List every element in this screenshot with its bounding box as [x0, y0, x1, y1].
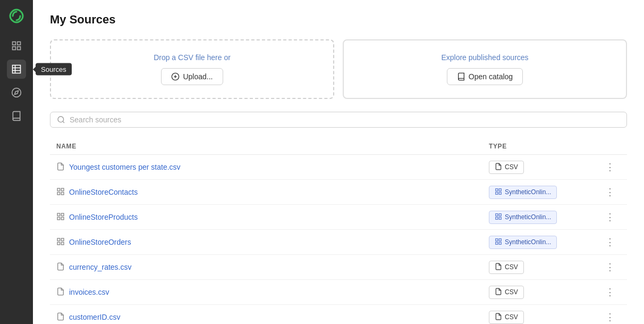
- type-icon-1: [495, 188, 502, 197]
- row-menu-button-1[interactable]: ⋮: [603, 185, 617, 199]
- catalog-hint: Explore published sources: [441, 53, 528, 62]
- svg-rect-34: [496, 242, 498, 244]
- upload-button-label: Upload...: [183, 72, 213, 81]
- row-actions-2: ⋮: [599, 210, 621, 224]
- svg-rect-13: [61, 188, 64, 191]
- source-type-2: SyntheticOnlin...: [489, 211, 595, 224]
- row-menu-button-3[interactable]: ⋮: [603, 235, 617, 249]
- svg-rect-1: [13, 42, 16, 45]
- svg-rect-25: [499, 213, 501, 215]
- type-icon-0: [495, 163, 502, 172]
- svg-rect-24: [496, 213, 498, 215]
- type-icon-6: [495, 313, 502, 322]
- row-menu-button-4[interactable]: ⋮: [603, 260, 617, 274]
- source-name-5[interactable]: invoices.csv: [56, 287, 485, 297]
- svg-rect-22: [57, 217, 60, 220]
- svg-rect-31: [61, 242, 64, 245]
- row-icon-5: [56, 287, 65, 297]
- table-row: OnlineStoreOrders SyntheticOnlin... ⋮: [50, 230, 627, 255]
- svg-rect-27: [499, 217, 501, 219]
- row-icon-1: [56, 187, 65, 197]
- search-input[interactable]: [70, 115, 620, 124]
- svg-rect-30: [57, 242, 60, 245]
- sidebar-item-explore[interactable]: [7, 83, 26, 102]
- svg-rect-35: [499, 242, 501, 244]
- svg-point-10: [58, 117, 64, 122]
- svg-rect-12: [57, 188, 60, 191]
- col-type: TYPE: [489, 143, 595, 150]
- search-icon: [57, 115, 65, 124]
- source-type-4: CSV: [489, 261, 595, 274]
- svg-point-5: [12, 88, 21, 97]
- source-type-5: CSV: [489, 286, 595, 299]
- action-cards: Drop a CSV file here or Upload... Explor…: [50, 39, 627, 99]
- type-icon-5: [495, 288, 502, 297]
- source-type-6: CSV: [489, 311, 595, 324]
- type-icon-2: [495, 213, 502, 222]
- table-row: customerID.csv CSV ⋮: [50, 305, 627, 324]
- svg-rect-15: [61, 192, 64, 195]
- svg-rect-16: [496, 188, 498, 190]
- sources-table: NAME TYPE Youngest customers per state.c…: [50, 138, 627, 324]
- svg-rect-19: [499, 192, 501, 194]
- row-actions-5: ⋮: [599, 285, 621, 299]
- svg-rect-20: [57, 213, 60, 216]
- svg-rect-32: [496, 238, 498, 240]
- type-icon-3: [495, 238, 502, 247]
- svg-rect-3: [13, 47, 16, 50]
- page-title: My Sources: [50, 13, 627, 27]
- svg-rect-33: [499, 238, 501, 240]
- sidebar-item-grid[interactable]: [7, 36, 26, 55]
- table-body: Youngest customers per state.csv CSV ⋮ O…: [50, 155, 627, 324]
- svg-rect-18: [496, 192, 498, 194]
- row-icon-0: [56, 162, 65, 172]
- svg-rect-26: [496, 217, 498, 219]
- upload-icon: [171, 72, 180, 81]
- upload-card: Drop a CSV file here or Upload...: [50, 39, 334, 99]
- open-catalog-label: Open catalog: [469, 72, 513, 81]
- sidebar-item-book[interactable]: [7, 106, 26, 126]
- row-menu-button-0[interactable]: ⋮: [603, 160, 617, 174]
- source-type-1: SyntheticOnlin...: [489, 186, 595, 199]
- svg-rect-14: [57, 192, 60, 195]
- row-actions-1: ⋮: [599, 185, 621, 199]
- catalog-icon: [457, 72, 465, 81]
- svg-rect-21: [61, 213, 64, 216]
- source-name-4[interactable]: currency_rates.csv: [56, 262, 485, 272]
- row-icon-6: [56, 312, 65, 322]
- upload-hint: Drop a CSV file here or: [154, 53, 231, 62]
- source-name-0[interactable]: Youngest customers per state.csv: [56, 162, 485, 172]
- row-icon-3: [56, 237, 65, 247]
- table-row: OnlineStoreProducts SyntheticOnlin... ⋮: [50, 205, 627, 230]
- row-actions-3: ⋮: [599, 235, 621, 249]
- row-actions-6: ⋮: [599, 310, 621, 324]
- row-icon-2: [56, 212, 65, 222]
- source-name-1[interactable]: OnlineStoreContacts: [56, 187, 485, 197]
- upload-button[interactable]: Upload...: [161, 68, 223, 85]
- row-actions-4: ⋮: [599, 260, 621, 274]
- row-menu-button-2[interactable]: ⋮: [603, 210, 617, 224]
- source-name-3[interactable]: OnlineStoreOrders: [56, 237, 485, 247]
- row-icon-4: [56, 262, 65, 272]
- source-type-0: CSV: [489, 161, 595, 174]
- col-name: NAME: [56, 143, 485, 150]
- svg-rect-17: [499, 188, 501, 190]
- catalog-card: Explore published sources Open catalog: [343, 39, 627, 99]
- table-header: NAME TYPE: [50, 138, 627, 155]
- app-logo[interactable]: [7, 6, 26, 26]
- svg-rect-29: [61, 238, 64, 241]
- source-name-6[interactable]: customerID.csv: [56, 312, 485, 322]
- main-content: My Sources Drop a CSV file here or Uploa…: [33, 0, 644, 324]
- svg-rect-2: [18, 42, 21, 45]
- table-row: currency_rates.csv CSV ⋮: [50, 255, 627, 280]
- open-catalog-button[interactable]: Open catalog: [447, 68, 523, 85]
- table-row: Youngest customers per state.csv CSV ⋮: [50, 155, 627, 180]
- row-actions-0: ⋮: [599, 160, 621, 174]
- row-menu-button-6[interactable]: ⋮: [603, 310, 617, 324]
- row-menu-button-5[interactable]: ⋮: [603, 285, 617, 299]
- source-type-3: SyntheticOnlin...: [489, 236, 595, 249]
- table-row: invoices.csv CSV ⋮: [50, 280, 627, 305]
- sidebar-item-sources[interactable]: Sources: [7, 60, 26, 79]
- svg-marker-6: [14, 90, 18, 94]
- source-name-2[interactable]: OnlineStoreProducts: [56, 212, 485, 222]
